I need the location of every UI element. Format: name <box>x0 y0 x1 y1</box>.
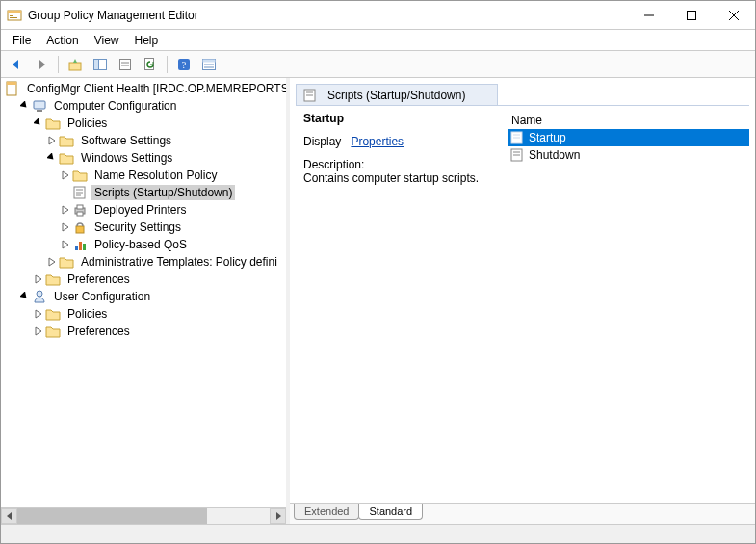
tree-node-user-preferences[interactable]: Preferences <box>1 323 286 340</box>
detail-header-text: Scripts (Startup/Shutdown) <box>327 89 465 102</box>
properties-button[interactable] <box>114 53 137 76</box>
tree-node-user-policies[interactable]: Policies <box>1 305 286 323</box>
chart-icon <box>72 237 88 252</box>
tab-standard[interactable]: Standard <box>358 504 423 520</box>
svg-rect-3 <box>10 17 17 18</box>
expander-icon[interactable] <box>18 99 32 113</box>
folder-icon <box>45 324 61 339</box>
script-icon <box>509 130 525 145</box>
show-hide-tree-button[interactable] <box>89 53 112 76</box>
tree-label: Scripts (Startup/Shutdown) <box>91 185 235 200</box>
expander-icon[interactable] <box>45 255 59 269</box>
scroll-left-button[interactable] <box>1 508 17 524</box>
list-column-header-name[interactable]: Name <box>508 112 749 129</box>
tree-label: Security Settings <box>91 220 184 235</box>
tree-node-windows-settings[interactable]: Windows Settings <box>1 149 286 167</box>
svg-rect-30 <box>77 205 83 209</box>
maximize-button[interactable] <box>670 1 713 30</box>
expander-icon[interactable] <box>32 307 45 321</box>
expander-icon[interactable] <box>59 168 72 182</box>
tree-label: Name Resolution Policy <box>91 168 220 183</box>
tree-label: User Configuration <box>51 289 153 304</box>
computer-icon <box>32 98 47 114</box>
detail-pane: Scripts (Startup/Shutdown) Startup Displ… <box>290 78 755 524</box>
lock-icon <box>72 220 88 235</box>
properties-link[interactable]: Properties <box>351 135 404 148</box>
tree-node-security-settings[interactable]: Security Settings <box>1 219 286 236</box>
folder-icon <box>59 150 74 166</box>
detail-title: Startup <box>303 112 500 125</box>
expander-icon[interactable] <box>32 117 45 130</box>
scroll-track[interactable] <box>17 508 270 524</box>
menu-file[interactable]: File <box>5 32 39 49</box>
menu-view[interactable]: View <box>87 32 127 49</box>
filter-button[interactable] <box>197 53 221 76</box>
tree-label: ConfigMgr Client Health [IRDC.OP.MEMREPO… <box>24 81 286 96</box>
svg-rect-23 <box>34 101 45 109</box>
tree-node-computer-config[interactable]: Computer Configuration <box>1 97 286 115</box>
tree-node-software-settings[interactable]: Software Settings <box>1 132 286 149</box>
expander-icon[interactable] <box>45 151 59 165</box>
refresh-button[interactable] <box>139 53 162 76</box>
forward-button[interactable] <box>30 53 53 76</box>
back-button[interactable] <box>5 53 28 76</box>
tree-node-scripts[interactable]: Scripts (Startup/Shutdown) <box>1 184 286 201</box>
list-item-startup[interactable]: Startup <box>508 129 749 146</box>
tree-node-policy-qos[interactable]: Policy-based QoS <box>1 236 286 253</box>
tree-node-preferences[interactable]: Preferences <box>1 271 286 288</box>
script-icon <box>302 88 318 103</box>
toolbar-separator <box>58 56 59 73</box>
svg-rect-24 <box>37 110 42 112</box>
svg-rect-31 <box>77 212 83 216</box>
menu-action[interactable]: Action <box>39 32 86 49</box>
tree-node-name-resolution[interactable]: Name Resolution Policy <box>1 167 286 184</box>
scroll-right-button[interactable] <box>270 508 286 524</box>
tree-label: Computer Configuration <box>51 98 179 114</box>
detail-header: Scripts (Startup/Shutdown) <box>296 84 498 105</box>
expander-icon[interactable] <box>45 134 59 147</box>
description-text: Contains computer startup scripts. <box>303 171 500 185</box>
list-item-shutdown[interactable]: Shutdown <box>508 146 749 164</box>
display-label: Display <box>303 135 341 148</box>
tree-node-admin-templates[interactable]: Administrative Templates: Policy defini <box>1 253 286 271</box>
expander-icon[interactable] <box>59 203 72 217</box>
tree-node-policies[interactable]: Policies <box>1 115 286 132</box>
tree-node-root[interactable]: ConfigMgr Client Health [IRDC.OP.MEMREPO… <box>1 80 286 97</box>
up-button[interactable] <box>64 53 87 76</box>
folder-icon <box>45 116 61 131</box>
expander-icon[interactable] <box>59 220 72 234</box>
statusbar <box>1 524 755 543</box>
minimize-button[interactable] <box>628 1 670 30</box>
expander-icon[interactable] <box>32 272 45 286</box>
tree-label: Windows Settings <box>78 150 175 166</box>
svg-text:?: ? <box>182 60 187 70</box>
menubar: File Action View Help <box>1 30 755 51</box>
tree-node-user-config[interactable]: User Configuration <box>1 288 286 305</box>
svg-rect-5 <box>688 11 696 19</box>
help-button[interactable]: ? <box>172 53 196 76</box>
svg-rect-34 <box>79 242 82 250</box>
svg-rect-11 <box>120 59 131 69</box>
tree-body[interactable]: ConfigMgr Client Health [IRDC.OP.MEMREPO… <box>1 78 286 507</box>
tree-label: Deployed Printers <box>91 202 189 218</box>
folder-icon <box>59 133 74 148</box>
detail-tabbar: Extended Standard <box>290 503 755 524</box>
menu-help[interactable]: Help <box>127 32 167 49</box>
tree-label: Preferences <box>65 324 133 339</box>
folder-icon <box>72 168 88 183</box>
svg-rect-32 <box>76 226 84 233</box>
svg-rect-2 <box>10 15 13 16</box>
tree-hscrollbar[interactable] <box>1 507 286 524</box>
close-button[interactable] <box>713 1 755 30</box>
svg-rect-18 <box>203 59 216 62</box>
svg-point-36 <box>37 291 42 297</box>
toolbar: ? <box>1 51 755 78</box>
expander-icon[interactable] <box>59 238 72 251</box>
expander-icon[interactable] <box>18 290 32 303</box>
expander-icon[interactable] <box>32 324 45 338</box>
tree-node-deployed-printers[interactable]: Deployed Printers <box>1 201 286 219</box>
list-item-label: Shutdown <box>529 148 580 162</box>
printer-icon <box>72 202 88 218</box>
app-icon <box>7 8 22 23</box>
tab-extended[interactable]: Extended <box>294 504 359 520</box>
